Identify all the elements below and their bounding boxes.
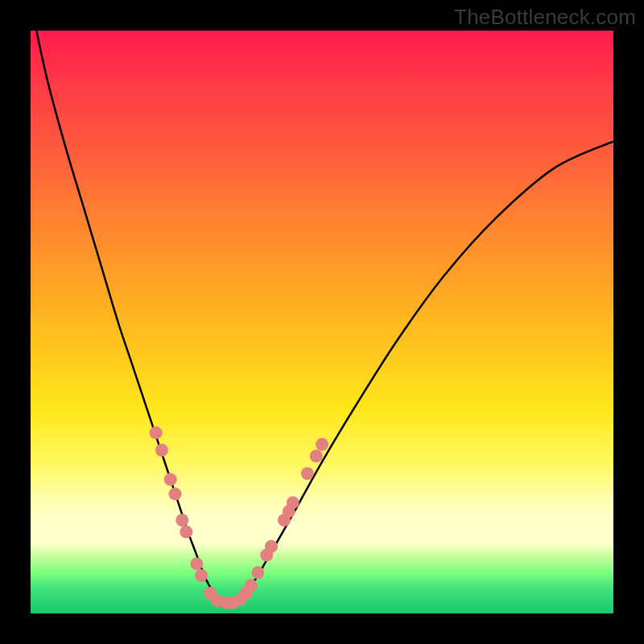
data-marker <box>251 566 264 579</box>
data-marker <box>316 438 328 451</box>
chart-frame: TheBottleneck.com <box>0 0 644 644</box>
data-marker <box>180 526 192 539</box>
data-marker <box>301 467 314 480</box>
data-marker <box>155 444 168 456</box>
data-marker <box>175 514 188 526</box>
data-marker <box>190 557 203 570</box>
data-marker <box>195 569 208 582</box>
chart-svg <box>31 31 613 613</box>
data-marker <box>287 496 299 509</box>
data-marker <box>310 450 323 463</box>
data-markers <box>150 427 328 609</box>
data-marker <box>245 579 258 592</box>
chart-plot-area <box>31 31 613 613</box>
data-marker <box>164 473 177 485</box>
data-marker <box>150 427 163 440</box>
watermark-text: TheBottleneck.com <box>454 5 636 30</box>
data-marker <box>169 488 182 501</box>
data-marker <box>265 540 278 553</box>
bottleneck-curve <box>36 31 613 604</box>
